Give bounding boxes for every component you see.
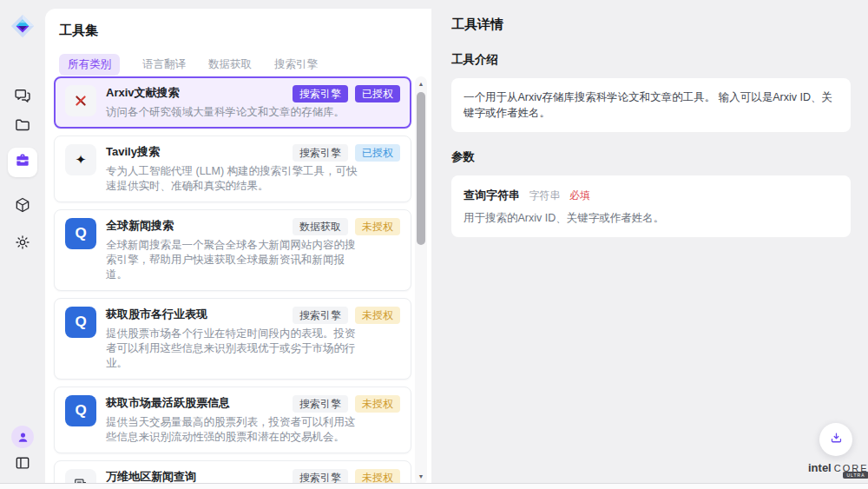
chat-icon[interactable] — [14, 87, 31, 104]
auth-status-badge: 已授权 — [355, 85, 400, 102]
tab-search-engine[interactable]: 搜索引擎 — [274, 57, 318, 72]
detail-title: 工具详情 — [451, 17, 851, 33]
quark-q-icon: Q — [65, 307, 96, 338]
tab-data-acquisition[interactable]: 数据获取 — [208, 57, 252, 72]
intro-text: 一个用于从Arxiv存储库搜索科学论文和文章的工具。 输入可以是Arxiv ID… — [464, 89, 838, 121]
scrollbar-thumb[interactable] — [417, 92, 425, 245]
quark-q-icon: Q — [65, 218, 96, 249]
param-header: 查询字符串 字符串 必填 — [464, 187, 838, 203]
intel-wordmark: intel — [808, 461, 832, 474]
tool-card-active-stocks[interactable]: Q 获取市场最活跃股票信息 搜索引擎 未授权 提供当天交易量最高的股票列表，投资… — [54, 387, 411, 453]
tab-all-categories[interactable]: 所有类别 — [59, 54, 120, 76]
param-description: 用于搜索的Arxiv ID、关键字或作者姓名。 — [464, 211, 838, 226]
sparkle-icon: ✦ — [65, 144, 96, 175]
category-badge: 搜索引擎 — [293, 395, 348, 413]
tool-card-sector-performance[interactable]: Q 获取股市各行业表现 搜索引擎 未授权 提供股票市场各个行业在特定时间段内的表… — [54, 298, 411, 380]
tool-detail-panel: 工具详情 工具介绍 一个用于从Arxiv存储库搜索科学论文和文章的工具。 输入可… — [431, 0, 868, 489]
download-button[interactable] — [819, 423, 852, 456]
folder-icon[interactable] — [14, 116, 31, 134]
tool-description: 全球新闻搜索是一个聚合全球各大新闻网站内容的搜索引擎，帮助用户快速获取全球最新资… — [106, 238, 359, 282]
sidebar-item-toolbox-active[interactable] — [8, 148, 37, 177]
tab-language-translation[interactable]: 语言翻译 — [142, 57, 186, 72]
collapse-panel-icon[interactable] — [14, 454, 31, 472]
list-scrollbar[interactable]: ▲ ▼ — [415, 76, 427, 485]
category-badge: 搜索引擎 — [293, 85, 348, 102]
tool-description: 访问各个研究领域大量科学论文和文章的存储库。 — [106, 105, 359, 120]
tool-name: 全球新闻搜索 — [106, 218, 174, 234]
quark-q-icon: Q — [65, 395, 96, 426]
tool-card-tavily[interactable]: ✦ Tavily搜索 搜索引擎 已授权 专为人工智能代理 (LLM) 构建的搜索… — [54, 135, 411, 202]
toolbox-icon — [14, 152, 31, 173]
tool-description: 提供当天交易量最高的股票列表，投资者可以利用这些信息来识别流动性强的股票和潜在的… — [106, 415, 359, 445]
sidebar — [0, 0, 45, 489]
intel-core-logo: intelCORE ULTRA — [808, 459, 868, 475]
scrollbar-up-arrow-icon[interactable]: ▲ — [415, 78, 427, 90]
ultra-badge: ULTRA — [843, 472, 868, 479]
auth-status-badge: 未授权 — [355, 307, 400, 324]
param-name: 查询字符串 — [464, 188, 520, 202]
category-badge: 搜索引擎 — [293, 144, 348, 162]
tool-card-arxiv[interactable]: Arxiv文献搜索 搜索引擎 已授权 访问各个研究领域大量科学论文和文章的存储库… — [54, 76, 411, 129]
tool-list-panel: 工具集 所有类别 语言翻译 数据获取 搜索引擎 Arxiv文献搜索 搜索引擎 已… — [45, 9, 431, 489]
tool-name: Arxiv文献搜索 — [106, 85, 180, 101]
page-title: 工具集 — [59, 23, 98, 39]
category-tabs: 所有类别 语言翻译 数据获取 搜索引擎 — [59, 54, 318, 76]
category-badge: 搜索引擎 — [293, 307, 348, 324]
app-logo-diamond-icon — [10, 13, 36, 39]
tool-description: 专为人工智能代理 (LLM) 构建的搜索引擎工具，可快速提供实时、准确和真实的结… — [106, 164, 359, 194]
auth-status-badge: 未授权 — [355, 218, 400, 235]
settings-gear-icon[interactable] — [14, 234, 31, 251]
category-badge: 数据获取 — [293, 218, 348, 235]
tool-name: 获取股市各行业表现 — [106, 307, 207, 322]
scrollbar-down-arrow-icon[interactable]: ▼ — [415, 471, 427, 483]
tool-name: Tavily搜索 — [106, 144, 160, 160]
auth-status-badge: 未授权 — [355, 395, 400, 413]
tool-description: 提供股票市场各个行业在特定时间段内的表现。投资者可以利用这些信息来识别表现优于或… — [106, 327, 359, 371]
avatar[interactable] — [11, 426, 34, 448]
auth-status-badge: 已授权 — [355, 144, 400, 162]
param-type: 字符串 — [529, 189, 560, 202]
tool-name: 获取市场最活跃股票信息 — [106, 395, 230, 411]
window-bottom-edge — [0, 483, 868, 489]
tool-card-global-news[interactable]: Q 全球新闻搜索 数据获取 未授权 全球新闻搜索是一个聚合全球各大新闻网站内容的… — [54, 209, 411, 291]
param-required-flag: 必填 — [569, 189, 590, 202]
arxiv-x-icon — [65, 85, 96, 116]
params-heading: 参数 — [451, 149, 851, 165]
intro-heading: 工具介绍 — [451, 52, 851, 68]
download-icon — [829, 431, 844, 449]
param-box: 查询字符串 字符串 必填 用于搜索的Arxiv ID、关键字或作者姓名。 — [451, 175, 851, 237]
package-cube-icon[interactable] — [14, 196, 31, 214]
tool-card-list: Arxiv文献搜索 搜索引擎 已授权 访问各个研究领域大量科学论文和文章的存储库… — [54, 76, 411, 489]
intro-box: 一个用于从Arxiv存储库搜索科学论文和文章的工具。 输入可以是Arxiv ID… — [451, 78, 851, 132]
